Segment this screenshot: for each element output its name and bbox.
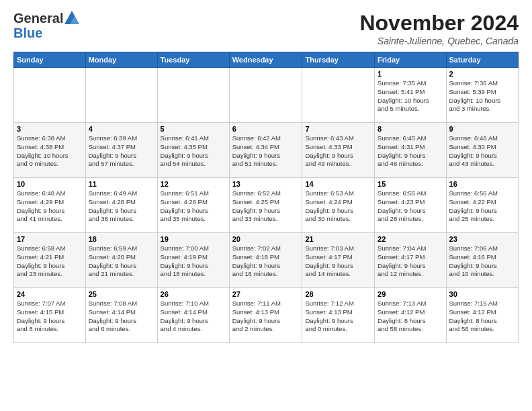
day-info: Sunrise: 6:46 AMSunset: 4:30 PMDaylight:… [449,134,515,169]
day-info: Sunrise: 7:06 AMSunset: 4:16 PMDaylight:… [449,244,515,279]
day-info: Sunrise: 6:41 AMSunset: 4:35 PMDaylight:… [161,134,226,169]
table-row: 8Sunrise: 6:45 AMSunset: 4:31 PMDaylight… [375,123,446,178]
day-number: 10 [17,180,83,188]
day-info: Sunrise: 7:03 AMSunset: 4:17 PMDaylight:… [305,244,371,279]
logo: General Blue [13,11,79,40]
day-info: Sunrise: 6:59 AMSunset: 4:20 PMDaylight:… [89,244,154,279]
calendar-week-row: 3Sunrise: 6:38 AMSunset: 4:38 PMDaylight… [14,123,519,178]
day-number: 27 [232,290,300,298]
table-row: 7Sunrise: 6:43 AMSunset: 4:33 PMDaylight… [302,123,375,178]
col-wednesday: Wednesday [229,52,302,68]
table-row: 27Sunrise: 7:11 AMSunset: 4:13 PMDayligh… [229,288,302,343]
day-number: 20 [232,235,300,243]
day-number: 7 [305,125,371,133]
col-monday: Monday [85,52,157,68]
table-row: 10Sunrise: 6:48 AMSunset: 4:29 PMDayligh… [14,178,86,233]
table-row: 16Sunrise: 6:56 AMSunset: 4:22 PMDayligh… [446,178,518,233]
table-row: 30Sunrise: 7:15 AMSunset: 4:12 PMDayligh… [446,288,518,343]
day-info: Sunrise: 7:13 AMSunset: 4:12 PMDaylight:… [378,300,443,334]
day-number: 15 [378,180,443,188]
day-number: 18 [89,235,154,243]
day-info: Sunrise: 7:04 AMSunset: 4:17 PMDaylight:… [378,244,443,279]
day-number: 24 [17,290,83,298]
table-row [229,68,302,123]
logo-icon [64,11,79,24]
day-info: Sunrise: 7:07 AMSunset: 4:15 PMDaylight:… [17,300,83,334]
table-row: 26Sunrise: 7:10 AMSunset: 4:14 PMDayligh… [157,288,229,343]
day-number: 3 [17,125,83,133]
table-row: 15Sunrise: 6:55 AMSunset: 4:23 PMDayligh… [375,178,446,233]
day-number: 16 [449,180,515,188]
col-thursday: Thursday [302,52,375,68]
table-row: 21Sunrise: 7:03 AMSunset: 4:17 PMDayligh… [302,233,375,288]
table-row: 5Sunrise: 6:41 AMSunset: 4:35 PMDaylight… [157,123,229,178]
location-text: Sainte-Julienne, Quebec, Canada [359,36,519,46]
logo-general-text: General [13,11,63,26]
table-row: 23Sunrise: 7:06 AMSunset: 4:16 PMDayligh… [446,233,518,288]
logo-blue-text: Blue [13,26,42,40]
day-number: 6 [232,125,300,133]
table-row: 20Sunrise: 7:02 AMSunset: 4:18 PMDayligh… [229,233,302,288]
day-number: 8 [378,125,443,133]
table-row: 12Sunrise: 6:51 AMSunset: 4:26 PMDayligh… [157,178,229,233]
table-row: 2Sunrise: 7:36 AMSunset: 5:39 PMDaylight… [446,68,518,123]
day-info: Sunrise: 7:15 AMSunset: 4:12 PMDaylight:… [449,300,515,334]
day-number: 28 [305,290,371,298]
day-info: Sunrise: 7:02 AMSunset: 4:18 PMDaylight:… [232,244,300,279]
table-row: 6Sunrise: 6:42 AMSunset: 4:34 PMDaylight… [229,123,302,178]
day-info: Sunrise: 7:00 AMSunset: 4:19 PMDaylight:… [161,244,226,279]
day-info: Sunrise: 7:36 AMSunset: 5:39 PMDaylight:… [449,79,515,113]
day-info: Sunrise: 6:48 AMSunset: 4:29 PMDaylight:… [17,189,83,224]
calendar-week-row: 17Sunrise: 6:58 AMSunset: 4:21 PMDayligh… [14,233,519,288]
table-row: 11Sunrise: 6:49 AMSunset: 4:28 PMDayligh… [85,178,157,233]
header: General Blue November 2024 Sainte-Julien… [13,11,519,46]
day-info: Sunrise: 6:51 AMSunset: 4:26 PMDaylight:… [161,189,226,224]
day-number: 22 [378,235,443,243]
table-row: 4Sunrise: 6:39 AMSunset: 4:37 PMDaylight… [85,123,157,178]
day-info: Sunrise: 6:53 AMSunset: 4:24 PMDaylight:… [305,189,371,224]
day-number: 23 [449,235,515,243]
table-row [14,68,86,123]
day-info: Sunrise: 6:49 AMSunset: 4:28 PMDaylight:… [89,189,154,224]
table-row [302,68,375,123]
title-area: November 2024 Sainte-Julienne, Quebec, C… [359,11,519,46]
table-row: 24Sunrise: 7:07 AMSunset: 4:15 PMDayligh… [14,288,86,343]
day-number: 26 [161,290,226,298]
day-info: Sunrise: 7:08 AMSunset: 4:14 PMDaylight:… [89,300,154,334]
day-number: 9 [449,125,515,133]
calendar-table: Sunday Monday Tuesday Wednesday Thursday… [13,52,519,343]
col-saturday: Saturday [446,52,518,68]
day-number: 13 [232,180,300,188]
col-sunday: Sunday [14,52,86,68]
day-info: Sunrise: 6:58 AMSunset: 4:21 PMDaylight:… [17,244,83,279]
day-number: 12 [161,180,226,188]
table-row: 29Sunrise: 7:13 AMSunset: 4:12 PMDayligh… [375,288,446,343]
day-info: Sunrise: 6:56 AMSunset: 4:22 PMDaylight:… [449,189,515,224]
day-number: 19 [161,235,226,243]
table-row: 13Sunrise: 6:52 AMSunset: 4:25 PMDayligh… [229,178,302,233]
day-info: Sunrise: 6:52 AMSunset: 4:25 PMDaylight:… [232,189,300,224]
day-number: 21 [305,235,371,243]
table-row [85,68,157,123]
day-number: 14 [305,180,371,188]
table-row: 9Sunrise: 6:46 AMSunset: 4:30 PMDaylight… [446,123,518,178]
calendar-week-row: 10Sunrise: 6:48 AMSunset: 4:29 PMDayligh… [14,178,519,233]
calendar-week-row: 24Sunrise: 7:07 AMSunset: 4:15 PMDayligh… [14,288,519,343]
day-info: Sunrise: 7:35 AMSunset: 5:41 PMDaylight:… [378,79,443,113]
day-number: 2 [449,70,515,78]
table-row [157,68,229,123]
table-row: 19Sunrise: 7:00 AMSunset: 4:19 PMDayligh… [157,233,229,288]
day-number: 5 [161,125,226,133]
day-number: 30 [449,290,515,298]
col-friday: Friday [375,52,446,68]
day-info: Sunrise: 6:45 AMSunset: 4:31 PMDaylight:… [378,134,443,169]
day-number: 25 [89,290,154,298]
day-info: Sunrise: 7:10 AMSunset: 4:14 PMDaylight:… [161,300,226,334]
day-info: Sunrise: 6:38 AMSunset: 4:38 PMDaylight:… [17,134,83,169]
day-number: 29 [378,290,443,298]
day-info: Sunrise: 6:42 AMSunset: 4:34 PMDaylight:… [232,134,300,169]
col-tuesday: Tuesday [157,52,229,68]
table-row: 22Sunrise: 7:04 AMSunset: 4:17 PMDayligh… [375,233,446,288]
table-row: 28Sunrise: 7:12 AMSunset: 4:13 PMDayligh… [302,288,375,343]
day-number: 4 [89,125,154,133]
